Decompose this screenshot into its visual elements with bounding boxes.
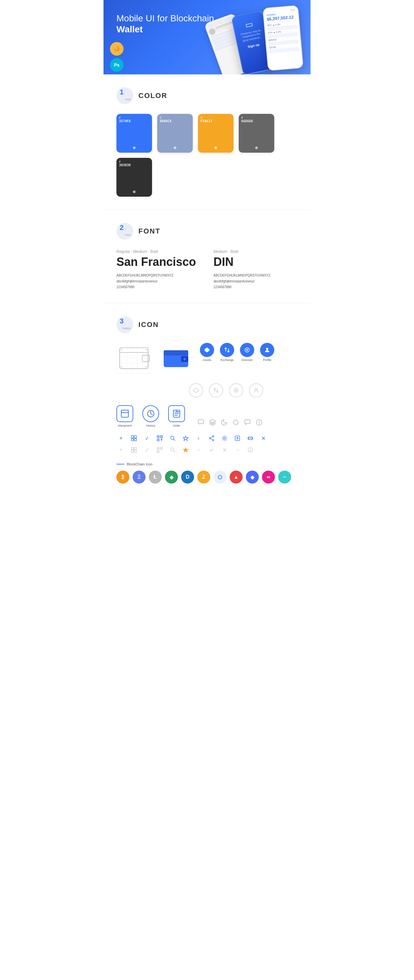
exchange-tab-icon: Exchange <box>220 343 234 361</box>
icon-section-title: ICON <box>139 321 159 329</box>
icon-section-header: 3 THREE ICON <box>116 316 298 333</box>
hero-section: Mobile UI for Blockchain Wallet UI Kit P… <box>104 0 310 75</box>
exchange-icon-circle <box>220 343 234 357</box>
color-swatch-303030: # 303030 <box>116 158 152 197</box>
svg-rect-11 <box>164 350 188 355</box>
vertcoin-crypto-icon: ◈ <box>165 471 178 484</box>
chevron-left-gray-icon: ‹ <box>194 445 203 454</box>
profile-tab-icon: Profile <box>260 343 274 361</box>
svg-point-53 <box>212 436 214 437</box>
color-swatch-666666: # 666666 <box>239 114 274 153</box>
color-swatch-f5a623: # F5A623 <box>198 114 234 153</box>
svg-line-51 <box>174 439 175 441</box>
font-san-francisco: Regular · Medium · Bold San Francisco AB… <box>116 249 201 290</box>
color-section-header: 1 ONE COLOR <box>116 88 298 104</box>
icon-section: 3 THREE ICON <box>104 303 310 496</box>
layers-icon <box>209 419 216 427</box>
svg-rect-44 <box>158 436 158 437</box>
svg-rect-39 <box>131 439 134 441</box>
dash-crypto-icon: D <box>181 471 194 484</box>
color-section-number: 1 ONE <box>116 88 133 104</box>
arrows-gray-icon: ⇄ <box>207 445 216 454</box>
svg-rect-30 <box>177 410 180 412</box>
svg-marker-52 <box>183 436 188 441</box>
svg-rect-22 <box>121 410 128 417</box>
wallet-solid-icon <box>160 343 192 374</box>
blockchain-divider <box>116 464 124 465</box>
misc-icons <box>197 418 263 427</box>
resize-icon <box>246 434 255 443</box>
color-section: 1 ONE COLOR # 3574FA # 8DA0C8 # F5A623 <box>104 75 310 210</box>
arrow-right-gray-icon: → <box>233 445 242 454</box>
font-grid: Regular · Medium · Bold San Francisco AB… <box>116 249 298 290</box>
svg-point-21 <box>255 388 257 390</box>
chat-icon <box>197 418 204 427</box>
profile-icon-circle <box>260 343 274 357</box>
zcash-crypto-icon: Z <box>197 471 210 484</box>
svg-point-19 <box>234 388 238 392</box>
share-icon <box>207 434 216 443</box>
color-swatches: # 3574FA # 8DA0C8 # F5A623 # 666666 <box>116 114 298 197</box>
exchange-outline-icon <box>209 383 223 398</box>
history-icon-box <box>142 405 159 422</box>
x-gray-icon: ✕ <box>220 445 229 454</box>
svg-point-13 <box>183 358 186 360</box>
order-icon-box <box>168 405 185 422</box>
svg-point-55 <box>209 438 210 439</box>
svg-point-32 <box>234 420 238 425</box>
order-app-icon: Order <box>168 405 185 427</box>
svg-rect-46 <box>158 439 158 440</box>
close-icon: ✕ <box>259 434 268 443</box>
color-swatch-3574fa: # 3574FA <box>116 114 152 153</box>
discover-icon-circle <box>240 343 254 357</box>
svg-rect-63 <box>131 447 134 450</box>
discover-outline-icon <box>229 383 243 398</box>
svg-point-36 <box>259 420 260 421</box>
small-icons-row2: + ✓ <box>116 445 298 454</box>
profile-outline-icon <box>249 383 263 398</box>
qr-gray-icon <box>155 445 164 454</box>
svg-marker-14 <box>205 348 210 353</box>
svg-rect-23 <box>121 410 128 413</box>
svg-rect-71 <box>161 448 162 449</box>
blockchain-icon-label: BlockChain Icon <box>116 462 298 466</box>
history-app-icon: History <box>142 405 159 427</box>
grid-icon <box>129 434 139 443</box>
svg-rect-40 <box>134 439 137 441</box>
svg-line-74 <box>174 450 175 452</box>
font-section: 2 TWO FONT Regular · Medium · Bold San F… <box>104 210 310 303</box>
star-highlight-icon <box>181 445 190 454</box>
font-section-title: FONT <box>139 227 161 235</box>
grid-gray-icon <box>129 445 139 454</box>
svg-point-54 <box>212 439 214 441</box>
svg-rect-72 <box>158 451 158 452</box>
star-icon <box>181 434 190 443</box>
svg-rect-33 <box>245 420 250 423</box>
avax-crypto-icon: ▲ <box>230 471 243 484</box>
svg-rect-64 <box>134 447 137 450</box>
svg-point-20 <box>236 390 237 391</box>
color-section-title: COLOR <box>139 92 167 100</box>
font-section-number: 2 TWO <box>116 223 133 240</box>
search-gray-icon <box>168 445 177 454</box>
waves-crypto-icon: ⬡ <box>213 471 226 484</box>
svg-marker-75 <box>183 448 188 452</box>
wallet-wireframe-icon <box>116 343 152 374</box>
icon-section-number: 3 THREE <box>116 316 133 333</box>
svg-point-17 <box>266 348 269 350</box>
svg-rect-37 <box>131 436 134 438</box>
svg-rect-66 <box>134 450 137 452</box>
search-icon <box>168 434 177 443</box>
qr-icon <box>155 434 164 443</box>
management-app-icon: Mangment <box>116 405 133 427</box>
svg-rect-70 <box>158 448 158 449</box>
other-crypto-icon: ~ <box>278 471 291 484</box>
litecoin-crypto-icon: Ł <box>149 471 162 484</box>
phone-mockups: ▭ Character may bemastered in thegood mo… <box>204 6 301 70</box>
check-gray-icon: ✓ <box>142 445 151 454</box>
svg-rect-31 <box>198 420 204 424</box>
svg-rect-65 <box>131 450 134 452</box>
svg-line-57 <box>210 439 212 440</box>
phone-mockup-3: 9:41 myWallet $6,297,502.12 BTC ▲ 0.3% E… <box>263 5 304 71</box>
info-gray-icon <box>246 445 255 454</box>
